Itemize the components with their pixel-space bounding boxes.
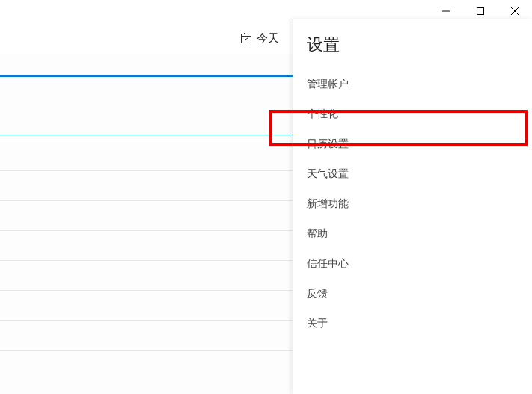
settings-item-label: 日历设置 (307, 138, 349, 151)
settings-panel: 设置 管理帐户 个性化 日历设置 天气设置 新增功能 帮助 信任中心 反馈 关于 (293, 19, 532, 394)
settings-item-feedback[interactable]: 反馈 (293, 279, 532, 309)
settings-title: 设置 (293, 28, 532, 70)
settings-item-help[interactable]: 帮助 (293, 219, 532, 249)
settings-item-manage-accounts[interactable]: 管理帐户 (293, 70, 532, 99)
app-window: 今天 设置 管理帐户 个性化 日历设置 天气设置 新增功能 帮助 信任中心 反馈… (0, 0, 532, 394)
settings-item-label: 天气设置 (307, 167, 349, 181)
settings-item-label: 帮助 (307, 227, 328, 241)
settings-item-label: 个性化 (307, 108, 338, 121)
today-button[interactable]: 今天 (234, 28, 285, 49)
calendar-today-icon (240, 32, 252, 44)
settings-item-calendar-settings[interactable]: 日历设置 (293, 129, 532, 159)
today-label: 今天 (257, 31, 279, 46)
settings-item-about[interactable]: 关于 (293, 309, 532, 339)
close-icon (511, 7, 519, 15)
settings-item-label: 新增功能 (307, 197, 349, 211)
settings-item-label: 管理帐户 (307, 78, 349, 91)
settings-item-whats-new[interactable]: 新增功能 (293, 189, 532, 219)
settings-item-label: 反馈 (307, 287, 328, 301)
minimize-icon (442, 7, 450, 15)
svg-rect-4 (242, 34, 251, 43)
settings-item-label: 信任中心 (307, 257, 349, 271)
settings-item-weather-settings[interactable]: 天气设置 (293, 159, 532, 189)
settings-item-personalization[interactable]: 个性化 (293, 99, 532, 129)
svg-rect-1 (477, 8, 484, 15)
maximize-icon (477, 7, 484, 15)
settings-item-trust-center[interactable]: 信任中心 (293, 249, 532, 279)
settings-item-label: 关于 (307, 317, 328, 330)
